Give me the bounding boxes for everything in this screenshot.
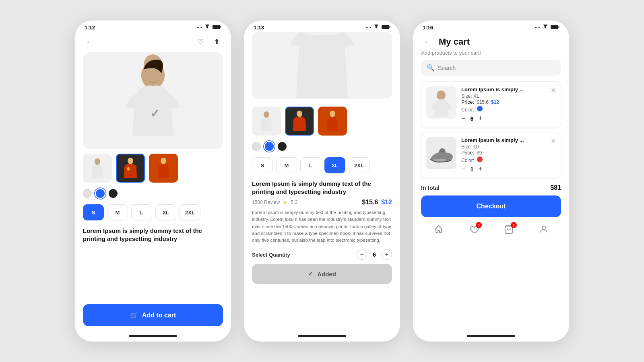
nav-profile[interactable] bbox=[539, 224, 549, 234]
cart-icon-btn: 🛒 bbox=[130, 311, 138, 319]
svg-text:✓: ✓ bbox=[150, 107, 160, 120]
search-bar[interactable]: 🔍 bbox=[421, 60, 561, 76]
notch bbox=[129, 21, 177, 32]
cart-item-close-1[interactable]: ✕ bbox=[551, 86, 556, 94]
cart-back-button[interactable]: ← bbox=[421, 35, 434, 48]
color-black[interactable] bbox=[109, 189, 118, 198]
heart-badge: 3 bbox=[476, 222, 482, 228]
price-new-2: $12 bbox=[381, 199, 392, 206]
cart-item-info-1: Lorem Ipsum is simply ... Size: XL Price… bbox=[461, 86, 546, 123]
quantity-row: Select Quantity − 6 + bbox=[252, 249, 392, 260]
product-main-image: ✓ bbox=[83, 52, 223, 149]
share-button[interactable]: ⬆ bbox=[210, 35, 223, 48]
svg-point-18 bbox=[437, 90, 446, 100]
check-icon-btn: ✓ bbox=[308, 270, 313, 278]
nav-wishlist[interactable]: 3 bbox=[469, 224, 479, 234]
nav-cart[interactable]: 2 bbox=[504, 224, 514, 234]
size-s[interactable]: S bbox=[83, 204, 104, 220]
battery-icon-2 bbox=[382, 25, 390, 31]
battery-icon bbox=[213, 25, 221, 31]
svg-rect-15 bbox=[551, 25, 558, 29]
color-options bbox=[83, 189, 223, 198]
added-button[interactable]: ✓ Added bbox=[252, 264, 392, 284]
time-2: 1:13 bbox=[254, 25, 264, 31]
bottom-nav: 3 2 bbox=[421, 222, 561, 235]
thumb-2-2[interactable] bbox=[285, 107, 314, 136]
thumbnails-2 bbox=[252, 107, 392, 136]
color-blue[interactable] bbox=[96, 189, 105, 198]
cart-item-2: Lorem Ipsum is simply ... Size: 10 Price… bbox=[421, 132, 561, 179]
cart-item-close-2[interactable]: ✕ bbox=[551, 137, 556, 145]
svg-rect-10 bbox=[390, 26, 390, 28]
color-blue-2[interactable] bbox=[265, 142, 274, 151]
cart-title: My cart bbox=[439, 37, 470, 47]
size-l-2[interactable]: L bbox=[300, 157, 321, 173]
wifi-icon bbox=[204, 25, 211, 31]
size-xl-2[interactable]: XL bbox=[324, 157, 345, 173]
time-1: 1:12 bbox=[85, 25, 95, 31]
svg-point-21 bbox=[542, 226, 545, 229]
svg-point-12 bbox=[264, 111, 269, 118]
cart-item-color-1: Color: bbox=[461, 106, 546, 113]
size-2xl-2[interactable]: 2XL bbox=[349, 157, 369, 173]
thumb-2-1[interactable] bbox=[252, 107, 281, 136]
checkout-button[interactable]: Checkout bbox=[421, 195, 561, 217]
cart-price-2: $9 bbox=[477, 150, 482, 156]
wifi-icon-2 bbox=[373, 25, 380, 31]
svg-point-14 bbox=[330, 111, 335, 117]
cart-color-dot-1 bbox=[477, 106, 483, 111]
thumb-2[interactable] bbox=[116, 154, 145, 183]
thumb-3[interactable] bbox=[149, 154, 178, 183]
svg-point-6 bbox=[128, 158, 133, 164]
cart-item-1: Lorem Ipsum is simply ... Size: XL Price… bbox=[421, 81, 561, 128]
price-label-2: Price: bbox=[461, 150, 474, 156]
qty-decrease[interactable]: − bbox=[357, 249, 367, 260]
add-to-cart-button[interactable]: 🛒 Add to cart bbox=[83, 304, 223, 326]
color-black-2[interactable] bbox=[278, 142, 287, 151]
size-l[interactable]: L bbox=[131, 204, 152, 220]
phone1-content: ← ♡ ⬆ ✓ bbox=[75, 32, 231, 330]
color-white[interactable] bbox=[83, 189, 92, 198]
cart-badge: 2 bbox=[511, 222, 517, 228]
wifi-icon-3 bbox=[542, 25, 549, 31]
product-desc: Lorem Ipsum is simply dummy text of the … bbox=[252, 209, 392, 245]
cart-qty-decrease-2[interactable]: − bbox=[461, 165, 466, 173]
battery-icon-3 bbox=[551, 25, 559, 31]
signal-dots: ···· bbox=[197, 25, 202, 31]
cart-item-img-1 bbox=[426, 86, 456, 119]
star-icon: ★ bbox=[283, 200, 287, 205]
back-button[interactable]: ← bbox=[83, 35, 96, 48]
qty-increase[interactable]: + bbox=[382, 249, 392, 260]
thumb-1[interactable] bbox=[83, 154, 112, 183]
cart-item-info-2: Lorem Ipsum is simply ... Size: 10 Price… bbox=[461, 137, 546, 173]
phone1: 1:12 ···· ← ♡ ⬆ bbox=[74, 20, 231, 342]
size-2xl[interactable]: 2XL bbox=[180, 204, 200, 220]
cart-header: ← My cart bbox=[421, 32, 561, 50]
nav-icons-right: ♡ ⬆ bbox=[194, 35, 223, 48]
thumb-2-3[interactable] bbox=[318, 107, 347, 136]
nav-home[interactable] bbox=[434, 224, 444, 234]
size-options-2: S M L XL 2XL bbox=[252, 157, 392, 173]
size-m[interactable]: M bbox=[107, 204, 128, 220]
color-white-2[interactable] bbox=[252, 142, 261, 151]
cart-qty-increase-2[interactable]: + bbox=[478, 165, 483, 173]
price-old-2: $15.6 bbox=[362, 199, 378, 206]
cart-qty-row-2: − 1 + bbox=[461, 165, 546, 173]
cart-item-name-2: Lorem Ipsum is simply ... bbox=[461, 137, 546, 143]
added-label: Added bbox=[317, 271, 336, 278]
cart-qty-val-1: 6 bbox=[471, 115, 474, 122]
cart-qty-decrease-1[interactable]: − bbox=[461, 114, 466, 123]
cart-qty-increase-1[interactable]: + bbox=[478, 114, 483, 123]
home-bar-3 bbox=[413, 330, 569, 341]
size-xl[interactable]: XL bbox=[155, 204, 176, 220]
search-input[interactable] bbox=[438, 65, 555, 71]
svg-rect-0 bbox=[213, 25, 220, 29]
like-button[interactable]: ♡ bbox=[194, 35, 207, 48]
size-m-2[interactable]: M bbox=[276, 157, 297, 173]
qty-value: 6 bbox=[373, 251, 376, 258]
cart-item-size-2: Size: 10 bbox=[461, 144, 546, 150]
time-3: 1:16 bbox=[423, 25, 433, 31]
svg-rect-9 bbox=[382, 25, 389, 29]
size-s-2[interactable]: S bbox=[252, 157, 273, 173]
home-indicator-2 bbox=[298, 335, 346, 337]
